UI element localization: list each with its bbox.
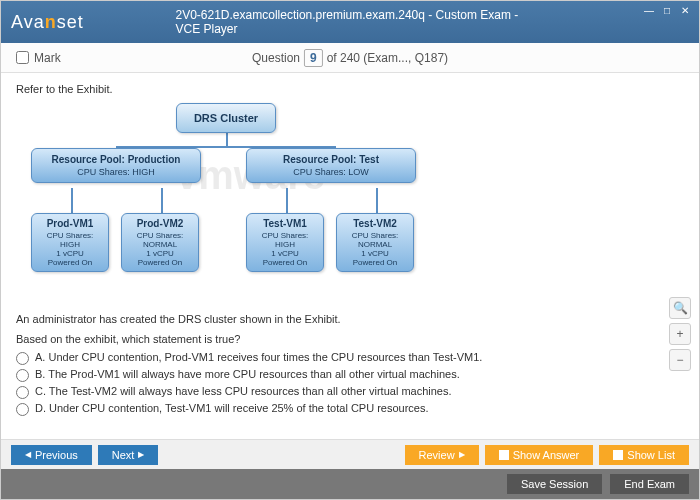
radio-a[interactable] <box>16 352 29 365</box>
question-total: of 240 (Exam..., Q187) <box>327 51 448 65</box>
checkbox-icon <box>613 450 623 460</box>
radio-c[interactable] <box>16 386 29 399</box>
session-footer: Save Session End Exam <box>1 469 699 499</box>
minimize-button[interactable]: — <box>641 3 657 17</box>
close-button[interactable]: ✕ <box>677 3 693 17</box>
title-bar: Avanset 2V0-621D.examcollection.premium.… <box>1 1 699 43</box>
option-a[interactable]: A. Under CPU contention, Prod-VM1 receiv… <box>16 351 684 365</box>
previous-button[interactable]: Previous <box>11 445 92 465</box>
app-logo: Avanset <box>11 12 84 33</box>
window-title: 2V0-621D.examcollection.premium.exam.240… <box>176 8 525 36</box>
node-prod-vm1: Prod-VM1CPU Shares:HIGH1 vCPUPowered On <box>31 213 109 272</box>
node-test-vm1: Test-VM1CPU Shares:HIGH1 vCPUPowered On <box>246 213 324 272</box>
content-area: Refer to the Exhibit. vmware DRS Cluster… <box>1 73 699 441</box>
search-icon[interactable]: 🔍 <box>669 297 691 319</box>
radio-d[interactable] <box>16 403 29 416</box>
node-prod-vm2: Prod-VM2CPU Shares:NORMAL1 vCPUPowered O… <box>121 213 199 272</box>
node-drs-cluster: DRS Cluster <box>176 103 276 133</box>
review-button[interactable]: Review <box>405 445 479 465</box>
option-d[interactable]: D. Under CPU contention, Test-VM1 will r… <box>16 402 684 416</box>
save-session-button[interactable]: Save Session <box>507 474 602 494</box>
question-bar: Mark Question 9 of 240 (Exam..., Q187) <box>1 43 699 73</box>
end-exam-button[interactable]: End Exam <box>610 474 689 494</box>
question-label: Question <box>252 51 300 65</box>
checkbox-icon <box>499 450 509 460</box>
nav-footer: Previous Next Review Show Answer Show Li… <box>1 439 699 469</box>
node-test-vm2: Test-VM2CPU Shares:NORMAL1 vCPUPowered O… <box>336 213 414 272</box>
refer-text: Refer to the Exhibit. <box>16 83 684 95</box>
option-b[interactable]: B. The Prod-VM1 will always have more CP… <box>16 368 684 382</box>
zoom-out-button[interactable]: − <box>669 349 691 371</box>
show-answer-button[interactable]: Show Answer <box>485 445 594 465</box>
options-group: A. Under CPU contention, Prod-VM1 receiv… <box>16 351 684 416</box>
option-c[interactable]: C. The Test-VM2 will always have less CP… <box>16 385 684 399</box>
question-text-1: An administrator has created the DRS clu… <box>16 313 684 325</box>
maximize-button[interactable]: □ <box>659 3 675 17</box>
zoom-in-button[interactable]: + <box>669 323 691 345</box>
radio-b[interactable] <box>16 369 29 382</box>
mark-checkbox[interactable] <box>16 51 29 64</box>
exhibit-diagram: vmware DRS Cluster Resource Pool: Produc… <box>16 103 684 303</box>
next-button[interactable]: Next <box>98 445 159 465</box>
node-pool-production: Resource Pool: ProductionCPU Shares: HIG… <box>31 148 201 183</box>
question-text-2: Based on the exhibit, which statement is… <box>16 333 684 345</box>
show-list-button[interactable]: Show List <box>599 445 689 465</box>
mark-label: Mark <box>34 51 61 65</box>
node-pool-test: Resource Pool: TestCPU Shares: LOW <box>246 148 416 183</box>
question-number: 9 <box>304 49 323 67</box>
